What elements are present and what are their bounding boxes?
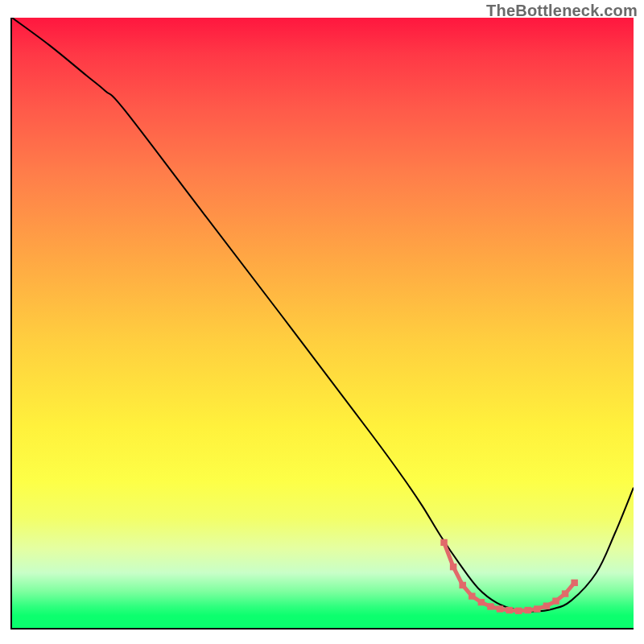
curve-svg [12, 18, 634, 628]
plot-area [10, 18, 634, 630]
target-zone [440, 539, 578, 614]
watermark-text: TheBottleneck.com [486, 2, 638, 20]
bottleneck-curve [12, 18, 634, 612]
chart-container: TheBottleneck.com [0, 0, 644, 644]
target-zone-line [444, 543, 575, 611]
